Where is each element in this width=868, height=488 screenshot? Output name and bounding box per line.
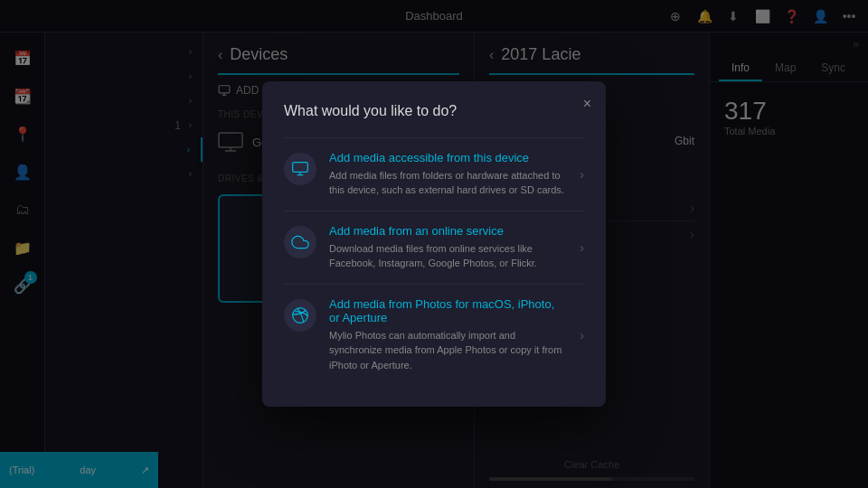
modal-overlay[interactable]: What would you like to do? × Add media a… (0, 0, 868, 488)
modal-close-button[interactable]: × (583, 96, 591, 112)
modal-option-online[interactable]: Add media from an online service Downloa… (284, 211, 584, 284)
modal-option-1-desc: Add media files from folders or hardware… (329, 168, 567, 198)
modal-option-1-arrow: › (580, 167, 584, 182)
modal-option-1-title: Add media accessible from this device (329, 151, 567, 164)
modal-title: What would you like to do? (284, 103, 584, 119)
modal-option-2-desc: Download media files from online service… (329, 241, 567, 271)
modal-option-device-icon (284, 153, 316, 185)
svg-rect-11 (293, 162, 308, 172)
modal-option-3-desc: Mylio Photos can automatically import an… (329, 328, 567, 373)
modal-option-online-icon (284, 226, 316, 258)
modal-option-device[interactable]: Add media accessible from this device Ad… (284, 137, 584, 211)
modal-dialog: What would you like to do? × Add media a… (262, 81, 606, 408)
modal-option-2-title: Add media from an online service (329, 224, 567, 238)
modal-option-3-title: Add media from Photos for macOS, iPhoto,… (329, 297, 567, 324)
modal-option-photos[interactable]: Add media from Photos for macOS, iPhoto,… (284, 284, 584, 386)
modal-option-photos-icon (284, 299, 316, 332)
modal-option-3-arrow: › (580, 328, 584, 343)
modal-option-device-text: Add media accessible from this device Ad… (329, 151, 567, 198)
modal-option-photos-text: Add media from Photos for macOS, iPhoto,… (329, 297, 567, 373)
modal-option-online-text: Add media from an online service Downloa… (329, 224, 567, 271)
modal-option-2-arrow: › (580, 240, 584, 255)
